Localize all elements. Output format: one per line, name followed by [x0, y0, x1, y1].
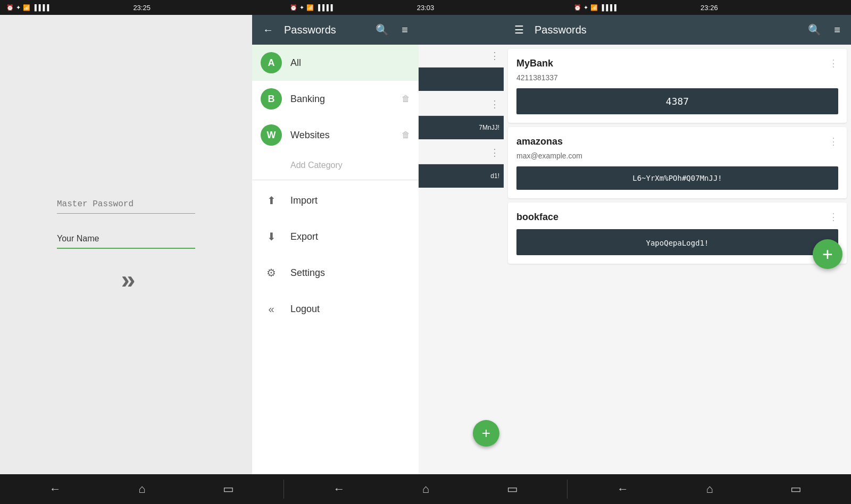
detail-menu-icon[interactable]: ☰ [512, 21, 526, 38]
sidebar-title: Passwords [284, 24, 365, 36]
login-submit-button[interactable]: » [121, 265, 131, 294]
signal-icon-2: ▐▐▐▐ [316, 4, 332, 11]
detail-panel-wrapper: ☰ Passwords 🔍 ≡ MyBank ⋮ 4211381337 4387 [504, 15, 851, 474]
password-card-amazonas: amazonas ⋮ max@example.com L6~YrXm%POh#Q… [508, 127, 847, 198]
amazonas-more[interactable]: ⋮ [829, 136, 838, 147]
status-time-2-wrap: 23:03 [378, 0, 473, 15]
mybank-more[interactable]: ⋮ [829, 57, 838, 69]
menu-item-export[interactable]: ⬇ Export [252, 219, 419, 255]
menu-label-logout: Logout [290, 304, 320, 315]
password-list-panel: ⋮ ⋮ 7MnJJ! ⋮ d1! + [419, 15, 504, 474]
list-item-2-more[interactable]: ⋮ [490, 98, 499, 110]
status-time-1: 23:25 [133, 4, 151, 12]
menu-label-export: Export [290, 231, 318, 242]
detail-header: ☰ Passwords 🔍 ≡ [504, 15, 851, 45]
nav-back-1[interactable]: ← [49, 482, 61, 496]
nav-recents-2[interactable]: ▭ [507, 482, 518, 496]
nav-section-3: ← ⌂ ▭ [568, 482, 851, 496]
wifi-icon-3: 📶 [590, 4, 598, 11]
export-icon: ⬇ [261, 226, 282, 247]
bluetooth-icon-2: ✦ [299, 4, 304, 11]
list-item-3-preview: d1! [419, 164, 504, 188]
category-delete-banking[interactable]: 🗑 [402, 94, 410, 104]
list-item-3[interactable]: ⋮ [419, 141, 504, 164]
amazonas-password[interactable]: L6~YrXm%POh#Q07MnJJ! [516, 166, 838, 190]
list-item-3-more[interactable]: ⋮ [490, 147, 499, 158]
list-item-1[interactable]: ⋮ [419, 45, 504, 68]
list-header-spacer [419, 15, 504, 45]
nav-section-2: ← ⌂ ▭ [284, 482, 568, 496]
alarm-icon-1: ⏰ [6, 4, 14, 11]
menu-item-logout[interactable]: « Logout [252, 291, 419, 327]
master-password-input[interactable] [57, 195, 195, 214]
menu-label-import: Import [290, 195, 318, 206]
detail-panel: ☰ Passwords 🔍 ≡ MyBank ⋮ 4211381337 4387 [504, 15, 851, 474]
password-card-mybank: MyBank ⋮ 4211381337 4387 [508, 49, 847, 123]
sidebar-panel: ← Passwords 🔍 ≡ A All B Banking 🗑 [252, 15, 419, 474]
detail-fab-button[interactable]: + [813, 239, 842, 269]
detail-search-icon[interactable]: 🔍 [806, 21, 823, 38]
category-item-websites[interactable]: W Websites 🗑 [252, 117, 419, 153]
status-bar-2: ⏰ ✦ 📶 ▐▐▐▐ [283, 0, 378, 15]
status-bar-2-right [473, 0, 568, 15]
mybank-password[interactable]: 4387 [516, 88, 838, 114]
search-icon[interactable]: 🔍 [373, 21, 391, 38]
nav-back-3[interactable]: ← [617, 482, 629, 496]
master-password-group [57, 195, 195, 214]
menu-divider-1 [252, 180, 419, 180]
bookface-title: bookface [516, 212, 558, 223]
list-item-1-preview [419, 68, 504, 91]
status-time-2: 23:03 [417, 4, 435, 12]
mybank-username: 4211381337 [516, 73, 838, 82]
detail-content: MyBank ⋮ 4211381337 4387 amazonas ⋮ max@… [504, 45, 851, 474]
status-icons-2: ⏰ ✦ 📶 ▐▐▐▐ [290, 4, 332, 11]
sort-icon[interactable]: ≡ [399, 22, 410, 38]
bookface-more[interactable]: ⋮ [829, 211, 838, 223]
nav-recents-1[interactable]: ▭ [223, 482, 234, 496]
alarm-icon-2: ⏰ [290, 4, 297, 11]
signal-icon-1: ▐▐▐▐ [32, 4, 49, 11]
category-label-banking: Banking [290, 94, 393, 105]
status-time-3: 23:26 [700, 4, 718, 12]
list-item-1-more[interactable]: ⋮ [490, 50, 499, 62]
menu-item-settings[interactable]: ⚙ Settings [252, 255, 419, 291]
login-panel: » [0, 15, 252, 474]
sidebar-header: ← Passwords 🔍 ≡ [252, 15, 419, 45]
nav-recents-3[interactable]: ▭ [790, 482, 802, 496]
name-input[interactable] [57, 230, 195, 249]
list-item-2[interactable]: ⋮ [419, 93, 504, 116]
detail-sort-icon[interactable]: ≡ [832, 22, 842, 38]
nav-section-1: ← ⌂ ▭ [0, 482, 283, 496]
wifi-icon-2: 📶 [306, 4, 314, 11]
status-icons-1: ⏰ ✦ 📶 ▐▐▐▐ [6, 4, 49, 11]
menu-item-import[interactable]: ⬆ Import [252, 182, 419, 219]
back-button[interactable]: ← [261, 22, 276, 38]
bookface-password[interactable]: YapoQepaLogd1! [646, 239, 708, 247]
password-card-bookface: bookface ⋮ YapoQepaLogd1! + [508, 203, 847, 264]
nav-home-1[interactable]: ⌂ [138, 482, 145, 496]
status-bar-3: ⏰ ✦ 📶 ▐▐▐▐ [568, 0, 662, 15]
add-category-button[interactable]: Add Category [252, 153, 419, 178]
nav-bar: ← ⌂ ▭ ← ⌂ ▭ ← ⌂ ▭ [0, 474, 851, 504]
list-item-2-preview: 7MnJJ! [419, 116, 504, 139]
status-time-1-wrap: 23:25 [95, 0, 189, 15]
bookface-card-header: bookface ⋮ [516, 211, 838, 223]
bluetooth-icon-3: ✦ [583, 4, 588, 11]
category-label-websites: Websites [290, 130, 393, 141]
list-fab-button[interactable]: + [473, 420, 499, 447]
category-delete-websites[interactable]: 🗑 [402, 130, 410, 140]
category-item-banking[interactable]: B Banking 🗑 [252, 81, 419, 117]
nav-home-3[interactable]: ⌂ [706, 482, 713, 496]
category-item-all[interactable]: A All [252, 45, 419, 81]
login-form: » [57, 195, 195, 294]
nav-home-2[interactable]: ⌂ [422, 482, 429, 496]
menu-label-settings: Settings [290, 267, 325, 279]
mybank-title: MyBank [516, 58, 553, 69]
password-list-content: ⋮ ⋮ 7MnJJ! ⋮ d1! [419, 45, 504, 474]
amazonas-title: amazonas [516, 136, 563, 147]
sidebar-content: A All B Banking 🗑 W Websites 🗑 [252, 45, 419, 474]
category-label-all: All [290, 57, 410, 69]
detail-title: Passwords [535, 24, 797, 36]
settings-icon: ⚙ [261, 262, 282, 283]
nav-back-2[interactable]: ← [333, 482, 345, 496]
